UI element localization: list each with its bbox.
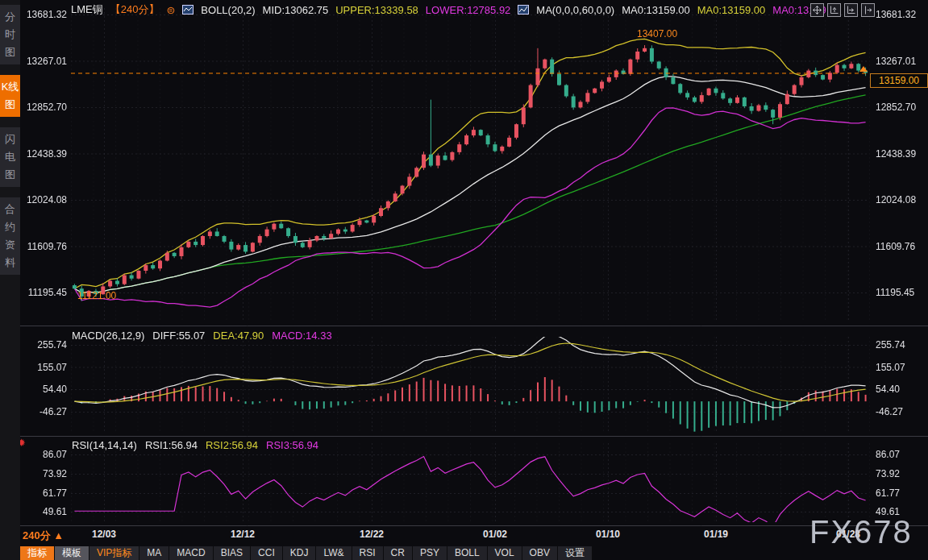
- macd-axis-label-right: 255.74: [876, 339, 926, 351]
- toolbar-item-9[interactable]: LW&: [316, 546, 352, 560]
- price-axis-label-right: 12438.39: [876, 148, 926, 160]
- link-icon[interactable]: ⊜: [166, 4, 175, 16]
- ma-label: MA(0,0,0,60,0,0): [536, 4, 614, 16]
- period-badge[interactable]: 【240分】: [110, 2, 160, 17]
- rsi-axis-label-right: 61.77: [876, 487, 926, 499]
- trading-terminal: LME铜 【240分】 ⊜ BOLL(20,2) MID:13062.75 UP…: [0, 0, 928, 560]
- price-axis-label-left: 13681.32: [23, 9, 67, 20]
- toolbar-item-3[interactable]: VIP指标: [89, 546, 139, 560]
- toolbar-item-12[interactable]: PSY: [413, 546, 447, 560]
- macd-header: MACD(26,12,9) DIFF:55.07 DEA:47.90 MACD:…: [72, 330, 332, 342]
- macd-axis-label-right: 155.07: [876, 362, 926, 373]
- ma2-value: MA0:13159.00: [697, 4, 766, 16]
- price-axis-label-right: 12024.08: [876, 194, 926, 205]
- toolbar-item-15[interactable]: OBV: [522, 546, 558, 560]
- price-axis-label-left: 13267.01: [23, 56, 67, 67]
- price-axis-label-left: 11195.45: [23, 287, 67, 298]
- rsi-header: RSI(14,14,14) RSI1:56.94 RSI2:56.94 RSI3…: [72, 439, 318, 451]
- price-axis-label-right: 13267.01: [876, 56, 926, 67]
- sidebar: 分时图K线图闪电图合约资料: [0, 0, 20, 560]
- symbol-label: LME铜: [71, 2, 103, 17]
- rsi-axis-label-left: 86.07: [23, 449, 67, 460]
- macd-axis-label-left: 54.40: [23, 384, 67, 395]
- ma1-value: MA0:13159.00: [622, 4, 690, 16]
- toolbar-item-16[interactable]: 设置: [558, 546, 593, 560]
- boll-label: BOLL(20,2): [201, 4, 255, 16]
- date-axis-label: 01/19: [690, 529, 742, 540]
- rsi3-value: RSI3:56.94: [266, 439, 318, 451]
- date-axis-label: 01/10: [582, 529, 634, 540]
- indicator-header: LME铜 【240分】 ⊜ BOLL(20,2) MID:13062.75 UP…: [71, 2, 835, 17]
- toolbar-item-11[interactable]: CR: [384, 546, 413, 560]
- price-axis-label-left: 12438.39: [23, 148, 67, 160]
- sidebar-tab-1[interactable]: 分时图: [0, 5, 20, 64]
- current-price-tag[interactable]: 13159.00: [870, 73, 928, 88]
- macd-params-label: MACD(26,12,9): [72, 330, 144, 342]
- macd-axis-label-left: 155.07: [23, 362, 67, 373]
- macd-axis-label-right: 54.40: [876, 384, 926, 395]
- pan-tool-icon[interactable]: [810, 3, 824, 17]
- date-axis-label: 12/03: [78, 529, 130, 540]
- rsi-axis-label-left: 49.61: [23, 506, 67, 517]
- price-axis-label-right: 13681.32: [876, 9, 926, 20]
- rsi-axis-label-right: 86.07: [876, 449, 926, 460]
- rsi-axis-label-right: 73.92: [876, 468, 926, 479]
- boll-indicator-icon[interactable]: [182, 5, 194, 15]
- macd-axis-label-left: 255.74: [23, 339, 67, 351]
- macd-dea-value: DEA:47.90: [213, 330, 264, 342]
- macd-axis-label-right: -46.27: [876, 406, 926, 417]
- price-axis-label-left: 12024.08: [23, 194, 67, 205]
- y-axis-scale-icon[interactable]: [827, 3, 841, 17]
- window-controls: [810, 3, 875, 17]
- rsi-axis-label-left: 61.77: [23, 487, 67, 499]
- price-axis-label-right: 12852.70: [876, 102, 926, 113]
- toolbar-item-14[interactable]: VOL: [488, 546, 522, 560]
- macd-axis-label-left: -46.27: [23, 406, 67, 417]
- rsi1-value: RSI1:56.94: [145, 439, 198, 451]
- x-axis-scale-icon[interactable]: [844, 3, 858, 17]
- toolbar-item-4[interactable]: MA: [139, 546, 169, 560]
- sidebar-tab-4[interactable]: 合约资料: [0, 197, 20, 275]
- toolbar-item-8[interactable]: KDJ: [283, 546, 317, 560]
- boll-lower-value: LOWER:12785.92: [426, 4, 511, 16]
- high-annotation: 13407.00: [637, 28, 677, 39]
- boll-upper-value: UPPER:13339.58: [335, 4, 418, 16]
- price-arrow-icon: [859, 66, 868, 72]
- exit-pane-icon[interactable]: [861, 3, 875, 17]
- toolbar-item-7[interactable]: CCI: [251, 546, 283, 560]
- low-annotation: 11121.00: [77, 290, 116, 301]
- toolbar-item-13[interactable]: BOLL: [447, 546, 488, 560]
- rsi-params-label: RSI(14,14,14): [72, 439, 137, 451]
- date-axis-label: 01/02: [469, 529, 521, 540]
- price-axis-label-left: 11609.76: [23, 241, 67, 252]
- date-axis-label: 12/12: [217, 529, 268, 540]
- price-axis-label-right: 11195.45: [876, 287, 926, 298]
- macd-macd-value: MACD:14.33: [272, 330, 331, 342]
- toolbar-item-10[interactable]: RSI: [352, 546, 384, 560]
- period-selector[interactable]: 240分 ▲: [23, 529, 64, 543]
- toolbar-item-6[interactable]: BIAS: [214, 546, 251, 560]
- rsi2-value: RSI2:56.94: [206, 439, 258, 451]
- date-axis-label: 12/22: [346, 529, 397, 540]
- sidebar-tab-2[interactable]: K线图: [0, 75, 20, 117]
- price-axis-label-left: 12852.70: [23, 102, 67, 113]
- price-axis-label-right: 11609.76: [876, 241, 926, 252]
- rsi-axis-label-left: 73.92: [23, 468, 67, 479]
- boll-mid-value: MID:13062.75: [263, 4, 329, 16]
- macd-diff-value: DIFF:55.07: [152, 330, 205, 342]
- toolbar-item-2[interactable]: 模板: [55, 546, 89, 560]
- sidebar-tab-3[interactable]: 闪电图: [0, 127, 20, 187]
- watermark: FX678: [809, 514, 913, 550]
- toolbar-item-5[interactable]: MACD: [169, 546, 213, 560]
- indicator-toolbar: 指标模板VIP指标MAMACDBIASCCIKDJLW&RSICRPSYBOLL…: [20, 546, 593, 560]
- ma-indicator-icon[interactable]: [518, 5, 529, 15]
- toolbar-item-1[interactable]: 指标: [20, 546, 55, 560]
